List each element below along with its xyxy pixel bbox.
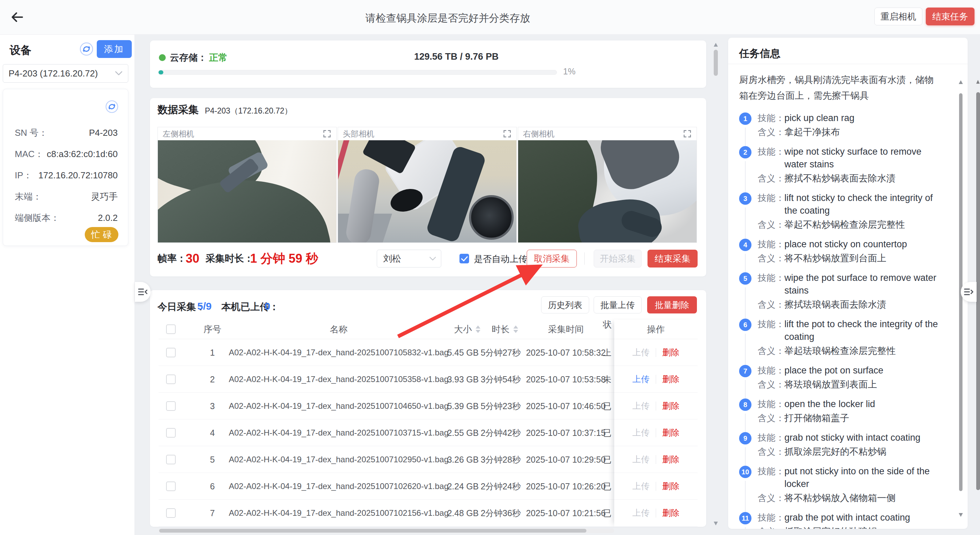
main-scrollbar[interactable]	[713, 35, 718, 535]
table-row: 2A02-A02-H-K-04-19_17-dex_hand-202510071…	[159, 366, 614, 393]
restart-camera-button[interactable]: 重启相机	[874, 8, 922, 25]
scroll-up-icon[interactable]	[959, 80, 963, 84]
end-task-button[interactable]: 结束任务	[926, 8, 975, 25]
batch-upload-button[interactable]: 批量上传	[593, 296, 642, 313]
delete-action[interactable]: 删除	[662, 373, 679, 385]
skill-label: 技能：	[758, 364, 784, 377]
app-root: 请检查锅具涂层是否完好并分类存放 重启相机 结束任务 设备 添加 P4-203 …	[0, 0, 980, 535]
history-list-button[interactable]: 历史列表	[541, 296, 589, 313]
skill-text: open the the locker lid	[784, 398, 875, 411]
auto-upload-checkbox[interactable]	[460, 254, 469, 264]
fullscreen-icon[interactable]	[503, 129, 512, 138]
row-checkbox[interactable]	[166, 348, 176, 357]
table-horizontal-scrollbar[interactable]	[159, 529, 614, 533]
stop-collection-button[interactable]: 结束采集	[648, 250, 698, 268]
cell-duration: 5分钟27秒	[481, 347, 521, 358]
delete-action[interactable]: 删除	[662, 427, 679, 438]
select-all-checkbox[interactable]	[166, 324, 176, 334]
meaning-row: 含义：抓取涂层完好的不粘炒锅	[758, 446, 938, 458]
cell-duration: 3分钟28秒	[481, 454, 521, 465]
upload-action[interactable]: 上传	[632, 373, 649, 385]
skill-row: 技能：place the pot on surface	[758, 364, 938, 377]
upload-action[interactable]: 上传	[632, 454, 649, 465]
scroll-up-icon[interactable]	[976, 80, 980, 84]
upload-action[interactable]: 上传	[632, 507, 649, 519]
cell-duration: 2分钟42秒	[481, 427, 521, 438]
row-checkbox[interactable]	[166, 455, 176, 464]
delete-action[interactable]: 删除	[662, 507, 679, 519]
meaning-text: 抓取涂层完好的珐琅锅	[784, 525, 877, 529]
scrollbar-thumb[interactable]	[159, 529, 586, 533]
col-size[interactable]: 大小	[454, 324, 472, 335]
scroll-down-icon[interactable]	[714, 522, 718, 525]
scroll-up-icon[interactable]	[714, 43, 718, 47]
task-description: 厨房水槽旁，锅具刚清洗完毕表面有水渍，储物箱在旁边台面上，需先擦干锅具	[739, 72, 938, 103]
upload-action[interactable]: 上传	[632, 427, 649, 438]
skill-text: lift not sticky to check the integrity o…	[784, 192, 938, 217]
refresh-devices-icon[interactable]	[80, 42, 93, 56]
top-bar: 请检查锅具涂层是否完好并分类存放 重启相机 结束任务	[0, 0, 980, 35]
scroll-down-icon[interactable]	[959, 513, 963, 517]
auto-upload-label: 是否自动上传	[474, 253, 527, 265]
cell-time: 2025-10-07 10:26:20	[526, 481, 606, 491]
collapse-left-panel-handle[interactable]	[135, 282, 151, 302]
task-item-number: 5	[739, 272, 751, 285]
operator-select-value: 刘松	[383, 253, 429, 265]
page-scrollbar[interactable]	[976, 35, 980, 535]
collection-title: 数据采集	[158, 103, 199, 117]
cell-size: 3.93 GB	[447, 374, 479, 384]
meaning-text: 擦拭珐琅锅表面去除水渍	[784, 298, 886, 311]
cell-duration: 5分钟23秒	[481, 400, 521, 411]
device-info-rows: SN 号： P4-203 MAC： c8:a3:62:c0:1d:60 IP： …	[3, 122, 128, 229]
task-item: 8技能：open the the locker lid含义：打开储物箱盖子	[739, 398, 938, 432]
device-select[interactable]: P4-203 (172.16.20.72)	[3, 64, 128, 83]
fullscreen-icon[interactable]	[683, 129, 692, 138]
upload-action[interactable]: 上传	[632, 347, 649, 358]
device-info-card: SN 号： P4-203 MAC： c8:a3:62:c0:1d:60 IP： …	[3, 89, 128, 246]
table-row: 1A02-A02-H-K-04-19_17-dex_hand-202510071…	[159, 339, 614, 366]
meaning-text: 将不粘炒锅放入储物箱一侧	[784, 492, 896, 505]
cancel-collection-button[interactable]: 取消采集	[527, 250, 577, 268]
delete-action[interactable]: 删除	[662, 400, 679, 411]
operator-select[interactable]: 刘松	[377, 250, 441, 268]
meaning-row: 含义：擦拭不粘炒锅表面去除水渍	[758, 172, 938, 185]
meaning-row: 含义：将不粘炒锅放置到台面上	[758, 252, 938, 265]
uploaded-count-label: 本机已上传：	[221, 300, 279, 313]
fullscreen-icon[interactable]	[323, 129, 331, 138]
meaning-row: 含义：将不粘炒锅放入储物箱一侧	[758, 492, 938, 505]
cell-size: 5.39 GB	[447, 401, 479, 411]
records-card: 今日采集： 5/9 本机已上传： 0 历史列表 批量上传 批量删除 序号 名称 …	[150, 290, 706, 527]
delete-action[interactable]: 删除	[662, 481, 679, 492]
refresh-device-info-icon[interactable]	[105, 100, 118, 113]
skill-text: pick up clean rag	[784, 112, 854, 124]
skill-row: 技能：put not sticky into on the side of th…	[758, 465, 938, 491]
back-button[interactable]	[10, 10, 25, 25]
meaning-row: 含义：将珐琅锅放置到表面上	[758, 378, 938, 391]
task-item: 10技能：put not sticky into on the side of …	[739, 465, 938, 511]
camera-label: 头部相机	[343, 129, 374, 139]
row-checkbox[interactable]	[166, 481, 176, 491]
scrollbar-thumb[interactable]	[976, 92, 980, 490]
add-device-button[interactable]: 添加	[97, 40, 132, 58]
upload-action[interactable]: 上传	[632, 400, 649, 411]
sort-size-icon[interactable]	[476, 325, 480, 333]
batch-delete-button[interactable]: 批量删除	[647, 296, 697, 313]
upload-action[interactable]: 上传	[632, 481, 649, 492]
skill-text: wipe not sticky surface to remove water …	[784, 145, 938, 171]
skill-label: 技能：	[758, 192, 784, 217]
scrollbar-thumb[interactable]	[714, 50, 718, 76]
start-collection-button[interactable]: 开始采集	[593, 250, 642, 268]
col-duration[interactable]: 时长	[492, 324, 509, 335]
table-header: 序号 名称 大小 时长 采集时间 状	[159, 320, 614, 339]
row-checkbox[interactable]	[166, 401, 176, 411]
sort-duration-icon[interactable]	[513, 325, 518, 333]
delete-action[interactable]: 删除	[662, 347, 679, 358]
row-checkbox[interactable]	[166, 375, 176, 384]
cell-name: A02-A02-H-K-04-19_17-dex_hand-2025100710…	[229, 455, 449, 464]
row-checkbox[interactable]	[166, 428, 176, 438]
row-checkbox[interactable]	[166, 508, 176, 518]
col-status: 状	[603, 320, 612, 330]
row-actions: 上传删除	[614, 473, 698, 500]
delete-action[interactable]: 删除	[662, 454, 679, 465]
action-divider	[656, 482, 656, 491]
